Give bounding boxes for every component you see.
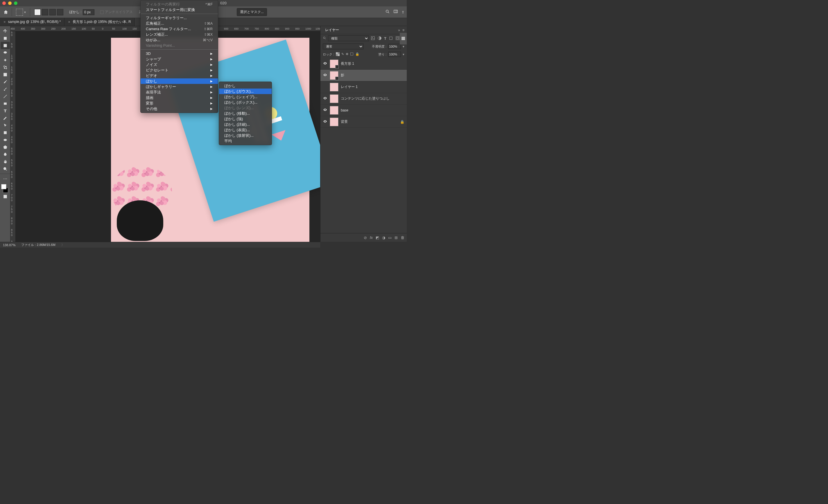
menu-item[interactable]: その他▶ <box>140 106 218 111</box>
layer-name[interactable]: base <box>341 108 348 112</box>
marquee-tool-preset[interactable] <box>16 9 23 16</box>
gradient-tool[interactable] <box>1 93 10 100</box>
window-zoom[interactable] <box>14 1 17 5</box>
visibility-toggle[interactable] <box>323 61 327 66</box>
fill-input[interactable] <box>388 52 401 57</box>
polygon-tool[interactable] <box>1 143 10 151</box>
submenu-item[interactable]: ぼかし (レンズ)... <box>219 105 272 110</box>
search-icon[interactable] <box>385 9 390 15</box>
window-minimize[interactable] <box>8 1 12 5</box>
lock-paint-icon[interactable]: ✎ <box>341 52 344 57</box>
submenu-item[interactable]: ぼかし (ガウス)... <box>219 89 272 94</box>
menu-item[interactable]: ゆがみ...⌘⌥V <box>140 37 218 43</box>
visibility-toggle[interactable] <box>323 108 327 112</box>
zoom-tool[interactable] <box>1 165 10 173</box>
adjustment-icon[interactable]: ◑ <box>382 235 385 240</box>
quick-mask-tool[interactable] <box>1 193 10 200</box>
selection-new[interactable] <box>34 9 41 15</box>
menu-item[interactable]: フィルターの再実行^⌘F <box>140 1 218 7</box>
custom-shape-tool[interactable] <box>1 151 10 158</box>
submenu-item[interactable]: ぼかし (ボックス)... <box>219 100 272 105</box>
menu-item[interactable]: レンズ補正...⇧⌘X <box>140 32 218 37</box>
submenu-item[interactable]: ぼかし (移動)... <box>219 110 272 116</box>
layer-filter-kind[interactable]: 種類 <box>328 35 369 41</box>
layers-tab[interactable]: レイヤー <box>323 28 341 33</box>
submenu-item[interactable]: 平均 <box>219 138 272 144</box>
quick-select-tool[interactable] <box>1 56 10 63</box>
visibility-toggle[interactable] <box>323 73 327 78</box>
collapsed-panel-icon[interactable] <box>400 33 407 44</box>
layer-row[interactable]: 長方形 1 <box>321 58 407 70</box>
layer-name[interactable]: レイヤー 1 <box>341 85 358 89</box>
doc-tab-2[interactable]: × 長方形 1.psb @ 195% (載せたい本, R <box>65 18 135 26</box>
type-tool[interactable] <box>1 107 10 114</box>
filter-type-icon[interactable]: T <box>384 36 386 41</box>
submenu-item[interactable]: ぼかし (詳細)... <box>219 122 272 127</box>
lasso-tool[interactable] <box>1 49 10 56</box>
window-close[interactable] <box>2 1 6 5</box>
submenu-item[interactable]: ぼかし (放射状)... <box>219 133 272 138</box>
blend-mode-select[interactable]: 通常 <box>323 44 364 49</box>
share-icon[interactable]: ⇪ <box>402 10 404 14</box>
layer-name[interactable]: 背景 <box>341 119 348 124</box>
opacity-input[interactable] <box>388 44 401 49</box>
menu-item[interactable]: 描画▶ <box>140 95 218 100</box>
delete-layer-icon[interactable]: 🗑 <box>401 235 404 240</box>
panel-menu-icon[interactable]: ≡ <box>402 28 404 32</box>
menu-item[interactable]: ビデオ▶ <box>140 73 218 78</box>
crop-tool[interactable] <box>1 63 10 71</box>
menu-item[interactable]: ぼかし▶ <box>140 78 218 84</box>
eyedropper-tool[interactable] <box>1 78 10 85</box>
lock-transparency-icon[interactable] <box>336 52 340 57</box>
menu-item[interactable]: ぼかしギャラリー▶ <box>140 84 218 89</box>
layer-row[interactable]: レイヤー 1 <box>321 81 407 93</box>
menu-item[interactable]: ノイズ▶ <box>140 62 218 67</box>
layer-name[interactable]: 長方形 1 <box>341 61 354 66</box>
doc-tab-1[interactable]: × sample.jpg @ 139% (影, RGB/8) * <box>0 18 65 26</box>
ellipse-tool[interactable] <box>1 136 10 143</box>
layer-row[interactable]: 背景🔒 <box>321 116 407 128</box>
foreground-color[interactable] <box>1 184 6 189</box>
menu-item[interactable]: 変形▶ <box>140 100 218 106</box>
filter-pixel-icon[interactable] <box>371 36 375 41</box>
layer-row[interactable]: base <box>321 104 407 116</box>
menu-item[interactable]: Vanishing Point... <box>140 43 218 48</box>
fx-icon[interactable]: fx <box>370 235 373 240</box>
brush-tool[interactable] <box>1 85 10 93</box>
close-tab-icon[interactable]: × <box>68 20 70 24</box>
home-button[interactable] <box>2 9 9 16</box>
workspace-icon[interactable] <box>394 9 398 15</box>
submenu-item[interactable]: ぼかし (シェイプ)... <box>219 94 272 100</box>
submenu-item[interactable]: ぼかし <box>219 83 272 89</box>
frame-tool[interactable] <box>1 71 10 78</box>
menu-item[interactable]: 表現手法▶ <box>140 89 218 95</box>
zoom-level[interactable]: 138.87% <box>3 243 15 247</box>
selection-intersect[interactable] <box>57 9 63 15</box>
filter-shape-icon[interactable] <box>389 36 393 41</box>
panel-collapse-icon[interactable]: » <box>398 28 400 32</box>
lock-all-icon[interactable]: 🔒 <box>355 52 359 57</box>
menu-item[interactable]: 広角補正...⇧⌘A <box>140 20 218 26</box>
shape-tool[interactable] <box>1 129 10 136</box>
selection-add[interactable] <box>42 9 48 15</box>
visibility-toggle[interactable] <box>323 119 327 124</box>
filter-adjust-icon[interactable] <box>377 36 382 41</box>
rectangle-tool[interactable] <box>1 100 10 107</box>
layer-name[interactable]: 影 <box>341 73 344 78</box>
visibility-toggle[interactable] <box>323 96 327 101</box>
select-and-mask-button[interactable]: 選択とマスク... <box>237 8 267 16</box>
lock-artboard-icon[interactable] <box>350 52 354 57</box>
new-layer-icon[interactable]: ⊞ <box>395 235 398 240</box>
layer-row[interactable]: コンテンツに応じた塗りつぶし <box>321 93 407 104</box>
submenu-item[interactable]: ぼかし (強) <box>219 116 272 122</box>
menu-item[interactable]: スマートフィルター用に変換 <box>140 7 218 12</box>
selection-subtract[interactable] <box>49 9 56 15</box>
link-layers-icon[interactable]: ⊘ <box>364 235 367 240</box>
lock-position-icon[interactable]: ✥ <box>346 52 348 57</box>
artboard-tool[interactable] <box>1 35 10 42</box>
menu-item[interactable]: Camera Raw フィルター...⇧⌘R <box>140 26 218 32</box>
layer-row[interactable]: 影 <box>321 70 407 81</box>
menu-item[interactable]: シャープ▶ <box>140 56 218 62</box>
filter-smart-icon[interactable] <box>396 36 400 41</box>
menu-item[interactable]: ピクセレート▶ <box>140 67 218 73</box>
